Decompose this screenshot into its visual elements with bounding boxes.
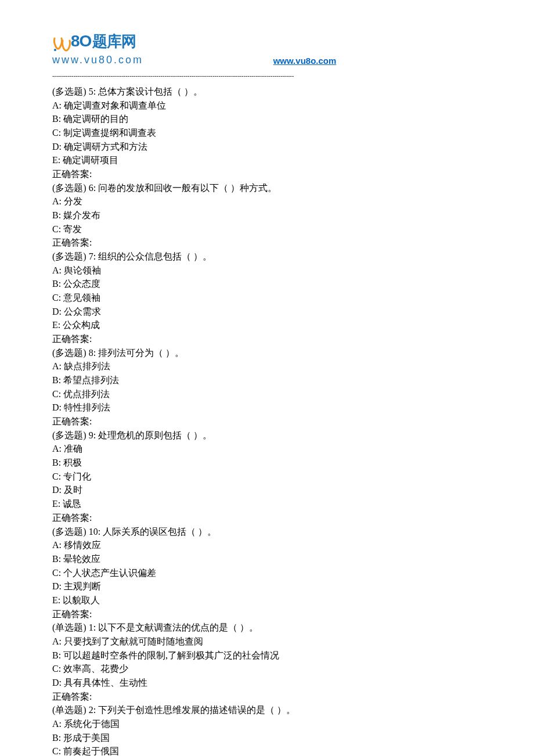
question-option: C: 意见领袖 bbox=[52, 291, 488, 305]
question-stem: (多选题) 5: 总体方案设计包括（ ）。 bbox=[52, 85, 488, 99]
question-option: C: 效率高、花费少 bbox=[52, 662, 488, 676]
question-option: C: 优点排列法 bbox=[52, 387, 488, 401]
question-option: A: 舆论领袖 bbox=[52, 264, 488, 278]
question-stem: (多选题) 7: 组织的公众信息包括（ ）。 bbox=[52, 250, 488, 264]
question-option: E: 诚恳 bbox=[52, 497, 488, 511]
question-stem: (多选题) 9: 处理危机的原则包括（ ）。 bbox=[52, 429, 488, 442]
question-option: A: 移情效应 bbox=[52, 538, 488, 552]
svg-point-0 bbox=[54, 49, 56, 51]
questions-container: (多选题) 5: 总体方案设计包括（ ）。A: 确定调查对象和调查单位B: 确定… bbox=[52, 85, 488, 756]
page-header: 8O题库网 www.vu80.com www.vu8o.com --------… bbox=[52, 29, 488, 80]
answer-label: 正确答案: bbox=[52, 607, 488, 621]
question-option: D: 具有具体性、生动性 bbox=[52, 676, 488, 690]
answer-label: 正确答案: bbox=[52, 236, 488, 250]
question-option: A: 缺点排列法 bbox=[52, 359, 488, 373]
question-option: B: 晕轮效应 bbox=[52, 552, 488, 566]
question-option: D: 主观判断 bbox=[52, 579, 488, 593]
question-stem: (单选题) 2: 下列关于创造性思维发展的描述错误的是（ ）。 bbox=[52, 703, 488, 717]
question-option: E: 确定调研项目 bbox=[52, 153, 488, 167]
question-option: D: 公众需求 bbox=[52, 305, 488, 319]
question-option: A: 准确 bbox=[52, 442, 488, 456]
question-option: E: 以貌取人 bbox=[52, 593, 488, 607]
divider-line: ----------------------------------------… bbox=[52, 71, 488, 80]
question-option: D: 及时 bbox=[52, 483, 488, 497]
question-option: C: 寄发 bbox=[52, 222, 488, 236]
answer-label: 正确答案: bbox=[52, 415, 488, 429]
question-stem: (多选题) 10: 人际关系的误区包括（ ）。 bbox=[52, 525, 488, 539]
question-option: D: 特性排列法 bbox=[52, 401, 488, 415]
question-option: B: 形成于美国 bbox=[52, 731, 488, 745]
question-option: C: 专门化 bbox=[52, 470, 488, 484]
question-option: B: 媒介发布 bbox=[52, 208, 488, 222]
question-option: C: 前奏起于俄国 bbox=[52, 744, 488, 756]
question-option: A: 确定调查对象和调查单位 bbox=[52, 99, 488, 113]
question-stem: (单选题) 1: 以下不是文献调查法的优点的是（ ）。 bbox=[52, 621, 488, 635]
question-option: C: 制定调查提纲和调查表 bbox=[52, 126, 488, 140]
question-option: A: 系统化于德国 bbox=[52, 717, 488, 731]
question-stem: (多选题) 8: 排列法可分为（ ）。 bbox=[52, 346, 488, 360]
question-option: A: 分发 bbox=[52, 195, 488, 208]
header-link[interactable]: www.vu8o.com bbox=[273, 56, 337, 66]
question-option: A: 只要找到了文献就可随时随地查阅 bbox=[52, 635, 488, 649]
question-option: B: 希望点排列法 bbox=[52, 373, 488, 387]
question-option: C: 个人状态产生认识偏差 bbox=[52, 566, 488, 580]
question-stem: (多选题) 6: 问卷的发放和回收一般有以下（ ）种方式。 bbox=[52, 181, 488, 195]
answer-label: 正确答案: bbox=[52, 690, 488, 704]
question-option: B: 可以超越时空条件的限制,了解到极其广泛的社会情况 bbox=[52, 649, 488, 663]
question-option: E: 公众构成 bbox=[52, 318, 488, 332]
question-option: D: 确定调研方式和方法 bbox=[52, 140, 488, 154]
question-option: B: 公众态度 bbox=[52, 277, 488, 291]
answer-label: 正确答案: bbox=[52, 167, 488, 181]
logo-chinese: 题库网 bbox=[92, 33, 136, 50]
logo: 8O题库网 bbox=[52, 29, 488, 53]
question-option: B: 确定调研的目的 bbox=[52, 112, 488, 126]
answer-label: 正确答案: bbox=[52, 332, 488, 346]
answer-label: 正确答案: bbox=[52, 511, 488, 525]
question-option: B: 积极 bbox=[52, 456, 488, 470]
